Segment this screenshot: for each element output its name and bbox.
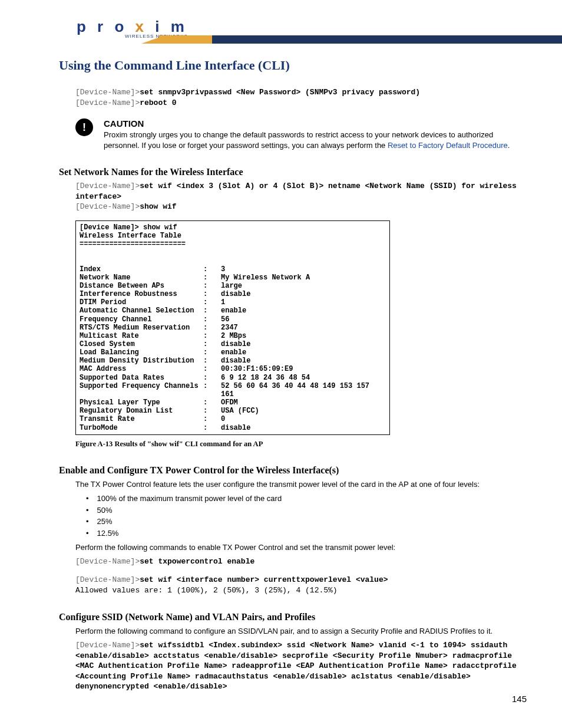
wif-key: Supported Data Rates	[80, 374, 203, 382]
wif-key: Physical Layer Type	[80, 398, 203, 407]
wif-key: Automatic Channel Selection	[80, 307, 203, 315]
wif-colon: :	[203, 290, 221, 298]
wif-value: enable	[221, 348, 386, 357]
wif-key: Multicast Rate	[80, 332, 203, 340]
wif-row: Transmit Rate:0	[80, 415, 386, 423]
wif-value: OFDM	[221, 398, 386, 407]
txpower-allowed-values: Allowed values are: 1 (100%), 2 (50%), 3…	[75, 586, 338, 595]
wif-value: enable	[221, 307, 386, 315]
wif-value: disable	[221, 290, 386, 298]
wif-value: 1	[221, 298, 386, 307]
list-item: 100% of the maximum transmit power level…	[86, 493, 527, 505]
prompt: [Device-Name]>	[75, 88, 140, 97]
wif-row: Medium Density Distribution:disable	[80, 357, 386, 365]
wif-header-1: [Device Name]> show wif	[80, 223, 386, 232]
heading-set-network-names: Set Network Names for the Wireless Inter…	[59, 167, 527, 177]
wif-row: Index:3	[80, 265, 386, 274]
txpower-cmd1-block: [Device-Name]>set txpowercontrol enable	[75, 556, 527, 567]
wif-key: Distance Between APs	[80, 282, 203, 290]
wif-value: 52 56 60 64 36 40 44 48 149 153 157 161	[221, 382, 386, 398]
wif-value: 00:30:F1:65:09:E9	[221, 365, 386, 373]
caution-icon: !	[75, 118, 93, 136]
wif-colon: :	[203, 424, 221, 432]
wif-value: 0	[221, 415, 386, 423]
wif-value: USA (FCC)	[221, 407, 386, 415]
page-number: 145	[512, 694, 527, 704]
wif-row: DTIM Period:1	[80, 298, 386, 307]
wif-value: 2 MBps	[221, 332, 386, 340]
wif-value: 3	[221, 265, 386, 274]
cmd-reboot: reboot 0	[140, 98, 176, 107]
prompt: [Device-Name]>	[75, 98, 140, 107]
wif-key: Closed System	[80, 340, 203, 348]
prompt: [Device-Name]>	[75, 202, 140, 211]
wif-colon: :	[203, 365, 221, 373]
wif-colon: :	[203, 374, 221, 382]
header-stripe	[212, 35, 562, 44]
wif-value: disable	[221, 340, 386, 348]
wif-row: Load Balancing:enable	[80, 348, 386, 357]
wif-value: 6 9 12 18 24 36 48 54	[221, 374, 386, 382]
wif-key: Transmit Rate	[80, 415, 203, 423]
list-item: 25%	[86, 516, 527, 528]
caution-heading: CAUTION	[104, 118, 527, 129]
wif-key: Frequency Channel	[80, 315, 203, 324]
wif-row: RTS/CTS Medium Reservation:2347	[80, 324, 386, 332]
wif-row: Supported Data Rates:6 9 12 18 24 36 48 …	[80, 374, 386, 382]
cmd-set-snmpv3: set snmpv3privpasswd <New Password> (SNM…	[140, 88, 420, 97]
cmd-set-txpowercontrol: set txpowercontrol enable	[140, 557, 254, 566]
set-wif-command-block: [Device-Name]>set wif <index 3 (Slot A) …	[75, 181, 527, 212]
list-item: 50%	[86, 505, 527, 516]
cmd-show-wif: show wif	[140, 202, 176, 211]
wif-value: 56	[221, 315, 386, 324]
wif-value: large	[221, 282, 386, 290]
wif-colon: :	[203, 307, 221, 315]
wif-colon: :	[203, 340, 221, 348]
wif-row: Distance Between APs:large	[80, 282, 386, 290]
wif-value: 2347	[221, 324, 386, 332]
cmd-set-wif-txlevel: set wif <interface number> currenttxpowe…	[140, 575, 388, 584]
wif-colon: :	[203, 265, 221, 274]
txpower-perform: Perform the following commands to enable…	[75, 542, 527, 553]
wif-row: Physical Layer Type:OFDM	[80, 398, 386, 407]
wif-row: Frequency Channel:56	[80, 315, 386, 324]
wif-colon: :	[203, 348, 221, 357]
wif-header-3: =========================	[80, 240, 386, 248]
list-item: 12.5%	[86, 528, 527, 539]
wif-key: Interference Robustness	[80, 290, 203, 298]
prompt: [Device-Name]>	[75, 575, 140, 584]
wif-row: Regulatory Domain List:USA (FCC)	[80, 407, 386, 415]
wif-value: disable	[221, 357, 386, 365]
header: p r o x i m WIRELESS NETWORKS	[59, 18, 527, 51]
wif-colon: :	[203, 382, 221, 398]
caution-block: ! CAUTION Proxim strongly urges you to c…	[75, 118, 527, 150]
show-wif-output: [Device Name]> show wif Wireless Interfa…	[75, 220, 390, 435]
reset-factory-link[interactable]: Reset to Factory Default Procedure	[388, 141, 508, 150]
wif-key: Index	[80, 265, 203, 274]
wif-key: DTIM Period	[80, 298, 203, 307]
wif-key: Regulatory Domain List	[80, 407, 203, 415]
wif-value: My Wireless Network A	[221, 274, 386, 282]
wif-key: Supported Frequency Channels	[80, 382, 203, 398]
wif-row: TurboMode:disable	[80, 424, 386, 432]
wif-key: MAC Address	[80, 365, 203, 373]
wif-row: Supported Frequency Channels:52 56 60 64…	[80, 382, 386, 398]
txpower-levels-list: 100% of the maximum transmit power level…	[86, 493, 527, 539]
wif-header-2: Wireless Interface Table	[80, 232, 386, 240]
wif-key: RTS/CTS Medium Reservation	[80, 324, 203, 332]
txpower-intro: The TX Power Control feature lets the us…	[75, 479, 527, 490]
wif-colon: :	[203, 274, 221, 282]
wif-colon: :	[203, 415, 221, 423]
wif-colon: :	[203, 282, 221, 290]
wif-row: Closed System:disable	[80, 340, 386, 348]
txpower-cmd2-block: [Device-Name]>set wif <interface number>…	[75, 575, 527, 595]
ssid-intro: Perform the following command to configu…	[75, 626, 527, 637]
heading-ssid-vlan: Configure SSID (Network Name) and VLAN P…	[59, 612, 527, 622]
page-title: Using the Command Line Interface (CLI)	[59, 58, 527, 73]
cmd-set-wif: set wif <index 3 (Slot A) or 4 (Slot B)>…	[75, 182, 521, 201]
wif-colon: :	[203, 407, 221, 415]
caution-text-after: .	[508, 141, 510, 150]
wif-colon: :	[203, 398, 221, 407]
heading-txpower: Enable and Configure TX Power Control fo…	[59, 465, 527, 476]
wif-colon: :	[203, 324, 221, 332]
